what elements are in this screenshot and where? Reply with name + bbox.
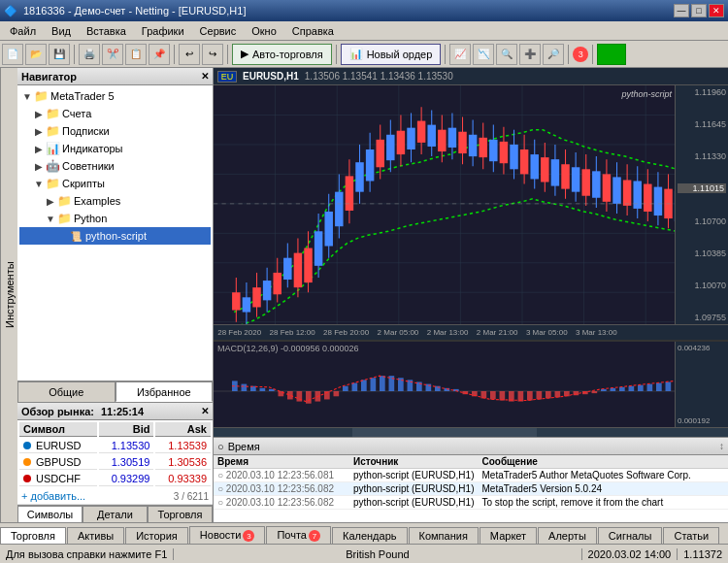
tb-redo-button[interactable]: ↪ [202, 44, 223, 65]
market-row-gbpusd[interactable]: GBPUSD 1.30519 1.30536 [19, 455, 211, 470]
svg-rect-75 [530, 154, 538, 179]
time-label-3: 28 Feb 20:00 [323, 328, 369, 337]
auto-trading-button[interactable]: ▶ Авто-торговля [232, 44, 332, 65]
bottom-tab-market[interactable]: Маркет [480, 527, 537, 544]
time-scale: 28 Feb 2020 28 Feb 12:00 28 Feb 20:00 2 … [214, 324, 728, 340]
bottom-tab-company[interactable]: Компания [409, 527, 479, 544]
log-message-3: To stop the script, remove it from the c… [478, 496, 728, 510]
tree-item-examples[interactable]: ▶ 📁 Examples [19, 192, 211, 210]
svg-rect-71 [510, 145, 517, 169]
bottom-tab-articles[interactable]: Статьи [663, 527, 719, 544]
tree-item-accounts[interactable]: ▶ 📁 Счета [19, 105, 211, 122]
menu-charts[interactable]: Графики [134, 24, 192, 38]
market-watch-close[interactable]: ✕ [201, 406, 209, 416]
new-order-button[interactable]: 📊 Новый ордер [341, 44, 442, 65]
tree-item-subscriptions[interactable]: ▶ 📁 Подписки [19, 122, 211, 140]
tb-copy-button[interactable]: 📋 [125, 44, 147, 65]
svg-rect-47 [386, 135, 394, 160]
log-table: Время Источник Сообщение ○ 2020.03.10 12… [214, 455, 728, 522]
ask-gbpusd: 1.30536 [155, 455, 211, 470]
bottom-tab-mail[interactable]: Почта7 [266, 526, 331, 545]
market-row-eurusd[interactable]: EURUSD 1.13530 1.13539 [19, 439, 211, 453]
svg-rect-122 [306, 391, 312, 404]
market-table: Символ Bid Ask EURUSD 1.13530 1.1 [17, 420, 213, 488]
tree-item-indicators[interactable]: ▶ 📊 Индикаторы [19, 140, 211, 157]
chart-main[interactable]: EU EURUSD,H1 1.13506 1.13541 1.13436 1.1… [214, 68, 728, 324]
chart-symbol: EURUSD,H1 [243, 71, 299, 82]
expand-icon: ▼ [33, 179, 45, 189]
svg-rect-155 [611, 388, 616, 391]
svg-rect-129 [371, 378, 377, 391]
bottom-tab-history[interactable]: История [125, 527, 188, 544]
market-add-row[interactable]: + добавить... 3 / 6211 [17, 488, 213, 505]
log-col-time: Время [214, 455, 349, 469]
market-watch-title: Обзор рынка: 11:25:14 [21, 406, 144, 417]
tree-item-root[interactable]: ▼ 📁 MetaTrader 5 [19, 87, 211, 105]
instruments-tab[interactable]: Инструменты [0, 68, 17, 522]
bottom-tabs: Торговля Активы История Новости3 Почта7 … [0, 522, 728, 544]
log-message-2: MetaTrader5 Version 5.0.24 [478, 482, 728, 496]
tree-item-python[interactable]: ▼ 📁 Python [19, 210, 211, 227]
tb-undo-button[interactable]: ↩ [179, 44, 200, 65]
tb-new-button[interactable]: 📄 [2, 44, 23, 65]
svg-rect-159 [647, 384, 653, 391]
title-bar-left: 🔷 1816336 - Демо-счет - Netting - [EURUS… [4, 5, 247, 17]
menu-view[interactable]: Вид [44, 24, 79, 38]
menu-help[interactable]: Справка [284, 24, 342, 38]
svg-rect-85 [581, 169, 589, 195]
minimize-button[interactable]: — [674, 4, 689, 17]
menu-window[interactable]: Окно [244, 24, 284, 38]
tree-item-scripts[interactable]: ▼ 📁 Скрипты [19, 175, 211, 192]
bottom-tab-calendar[interactable]: Календарь [332, 527, 408, 544]
price-label-2: 1.11645 [678, 119, 726, 129]
market-tab-trading[interactable]: Торговля [148, 506, 213, 522]
time-label-5: 2 Mar 13:00 [427, 328, 469, 337]
bid-gbpusd: 1.30519 [99, 455, 154, 470]
svg-rect-119 [279, 391, 284, 396]
tb-chart1-button[interactable]: 📈 [449, 44, 471, 65]
market-row-usdchf[interactable]: USDCHF 0.93299 0.93339 [19, 472, 211, 486]
tree-item-advisors[interactable]: ▶ 🤖 Советники [19, 157, 211, 175]
bottom-tab-assets[interactable]: Активы [67, 527, 124, 544]
tb-chart2-button[interactable]: 📉 [473, 44, 494, 65]
nav-tree[interactable]: ▼ 📁 MetaTrader 5 ▶ 📁 Счета ▶ 📁 Подписки [17, 85, 213, 381]
tb-paste-button[interactable]: 📌 [149, 44, 170, 65]
toolbar: 📄 📂 💾 🖨️ ✂️ 📋 📌 ↩ ↪ ▶ Авто-торговля 📊 Но… [0, 41, 728, 68]
bottom-tab-news[interactable]: Новости3 [189, 526, 266, 545]
tb-zoom-in-button[interactable]: ➕ [519, 44, 541, 65]
market-tab-details[interactable]: Детали [83, 506, 148, 522]
tb-search-button[interactable]: 🔎 [543, 44, 564, 65]
menu-service[interactable]: Сервис [192, 24, 245, 38]
svg-rect-143 [500, 391, 506, 401]
chart-scrollbar[interactable] [214, 427, 728, 437]
close-button[interactable]: ✕ [709, 4, 724, 17]
log-time-1: ○ 2020.03.10 12:23:56.081 [214, 469, 349, 482]
nav-tab-favorites[interactable]: Избранное [116, 381, 214, 402]
tree-item-python-script[interactable]: 📜 python-script [19, 227, 211, 245]
tb-cut-button[interactable]: ✂️ [102, 44, 123, 65]
col-symbol: Символ [19, 422, 97, 437]
tree-label: Подписки [62, 125, 110, 137]
maximize-button[interactable]: □ [691, 4, 707, 17]
tb-open-button[interactable]: 📂 [25, 44, 47, 65]
tree-label: Счета [62, 108, 91, 119]
bottom-tab-trading[interactable]: Торговля [0, 527, 66, 544]
log-resize-icon[interactable]: ↕ [719, 441, 724, 451]
tree-label: MetaTrader 5 [50, 90, 115, 102]
price-label-7: 1.09755 [678, 313, 726, 322]
menu-insert[interactable]: Вставка [79, 24, 134, 38]
bottom-tab-signals[interactable]: Сигналы [598, 527, 663, 544]
navigator-close[interactable]: ✕ [201, 71, 209, 82]
menu-file[interactable]: Файл [2, 24, 44, 38]
bottom-tab-alerts[interactable]: Алерты [538, 527, 597, 544]
tb-zoom-button[interactable]: 🔍 [496, 44, 517, 65]
svg-rect-33 [314, 231, 322, 266]
scroll-thumb[interactable] [352, 428, 537, 437]
market-tab-symbols[interactable]: Символы [17, 506, 83, 522]
svg-rect-63 [469, 135, 477, 156]
tb-save-button[interactable]: 💾 [49, 44, 70, 65]
nav-tab-general[interactable]: Общие [17, 381, 116, 402]
log-col-source: Источник [349, 455, 478, 469]
tb-print-button[interactable]: 🖨️ [79, 44, 100, 65]
time-label-6: 2 Mar 21:00 [477, 328, 518, 337]
